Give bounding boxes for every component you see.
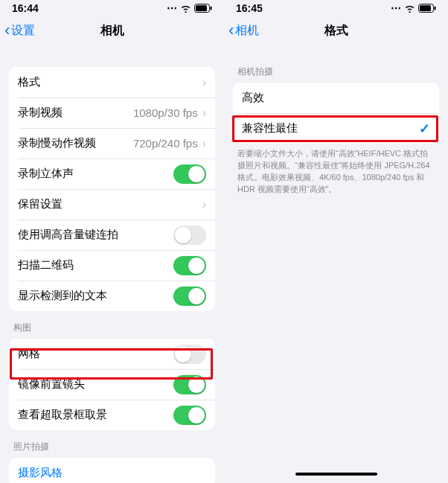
- row-detail: 1080p/30 fps: [133, 106, 198, 119]
- checkmark-icon: ✓: [419, 121, 430, 137]
- row-view-outside: 查看超取景框取景: [9, 400, 215, 430]
- nav-bar: ‹ 设置 相机: [0, 16, 224, 45]
- row-label: 录制慢动作视频: [18, 136, 96, 150]
- chevron-right-icon: ›: [202, 106, 206, 120]
- chevron-left-icon: ‹: [228, 22, 234, 39]
- row-photo-style[interactable]: 摄影风格: [9, 458, 215, 483]
- back-label: 相机: [235, 23, 259, 39]
- chevron-left-icon: ‹: [4, 22, 10, 39]
- phone-camera-settings: 16:44 ⋯ ‹ 设置 相机 格式 › 录制视频 1080p/30 fps ›…: [0, 0, 224, 483]
- wifi-icon: [180, 4, 191, 13]
- row-label: 保留设置: [18, 197, 63, 211]
- toggle-mirror-front[interactable]: [173, 375, 206, 394]
- row-record-slomo[interactable]: 录制慢动作视频 720p/240 fps ›: [9, 128, 215, 159]
- svg-rect-1: [196, 5, 207, 11]
- chevron-right-icon: ›: [202, 137, 206, 150]
- battery-icon: [418, 4, 436, 13]
- status-indicators: ⋯: [391, 2, 436, 14]
- back-button[interactable]: ‹ 相机: [228, 22, 259, 39]
- toggle-scan-qr[interactable]: [173, 256, 206, 275]
- row-formats[interactable]: 格式 ›: [9, 67, 215, 97]
- row-label: 摄影风格: [18, 466, 63, 480]
- back-label: 设置: [11, 23, 35, 39]
- dots-icon: ⋯: [391, 2, 401, 14]
- settings-content: 格式 › 录制视频 1080p/30 fps › 录制慢动作视频 720p/24…: [0, 67, 224, 483]
- wifi-icon: [404, 4, 415, 13]
- row-label: 镜像前置镜头: [18, 377, 85, 391]
- toggle-grid[interactable]: [173, 345, 206, 364]
- section-header-capture: 照片拍摄: [9, 430, 215, 458]
- back-button[interactable]: ‹ 设置: [4, 22, 35, 39]
- svg-rect-5: [435, 7, 436, 10]
- row-detected-text: 显示检测到的文本: [9, 281, 215, 311]
- row-scan-qr: 扫描二维码: [9, 250, 215, 281]
- section-header-capture: 相机拍摄: [233, 45, 439, 83]
- row-grid: 网格: [9, 339, 215, 369]
- group-format-options: 高效 兼容性最佳 ✓: [233, 83, 439, 144]
- battery-icon: [194, 4, 212, 13]
- row-label: 使用调高音量键连拍: [18, 228, 118, 242]
- row-label: 扫描二维码: [18, 258, 74, 272]
- group-camera: 格式 › 录制视频 1080p/30 fps › 录制慢动作视频 720p/24…: [9, 67, 215, 311]
- nav-bar: ‹ 相机 格式: [224, 16, 448, 45]
- row-burst-volume: 使用调高音量键连拍: [9, 220, 215, 250]
- row-label: 录制立体声: [18, 167, 74, 181]
- status-time: 16:44: [12, 2, 39, 14]
- group-photo-capture: 摄影风格: [9, 458, 215, 483]
- row-label: 格式: [18, 75, 40, 89]
- row-preserve[interactable]: 保留设置 ›: [9, 189, 215, 220]
- toggle-view-outside[interactable]: [173, 406, 206, 425]
- home-indicator: [295, 473, 377, 476]
- status-bar: 16:44 ⋯: [0, 0, 224, 16]
- row-high-efficiency[interactable]: 高效: [233, 83, 439, 113]
- row-detail: 720p/240 fps: [133, 137, 198, 150]
- row-record-video[interactable]: 录制视频 1080p/30 fps ›: [9, 97, 215, 128]
- row-label: 显示检测到的文本: [18, 289, 107, 303]
- formats-content: 相机拍摄 高效 兼容性最佳 ✓ 若要缩小文件大小，请使用“高效”HEIF/HEV…: [224, 45, 448, 211]
- row-mirror-front: 镜像前置镜头: [9, 369, 215, 400]
- row-label: 高效: [242, 91, 264, 105]
- row-label: 录制视频: [18, 106, 63, 120]
- status-indicators: ⋯: [167, 2, 212, 14]
- status-time: 16:45: [236, 2, 263, 14]
- status-bar: 16:45 ⋯: [224, 0, 448, 16]
- section-header-composition: 构图: [9, 311, 215, 339]
- svg-rect-4: [420, 5, 431, 11]
- group-composition: 网格 镜像前置镜头 查看超取景框取景: [9, 339, 215, 430]
- row-stereo: 录制立体声: [9, 159, 215, 189]
- row-label: 查看超取景框取景: [18, 408, 107, 422]
- page-title: 格式: [324, 23, 348, 39]
- footer-formats: 若要缩小文件大小，请使用“高效”HEIF/HEVC 格式拍摄照片和视频。“兼容性…: [233, 144, 439, 196]
- svg-rect-2: [211, 7, 212, 10]
- toggle-stereo[interactable]: [173, 164, 206, 184]
- row-most-compatible[interactable]: 兼容性最佳 ✓: [233, 113, 439, 144]
- dots-icon: ⋯: [167, 2, 177, 14]
- phone-formats: 16:45 ⋯ ‹ 相机 格式 相机拍摄 高效 兼容性最佳 ✓ 若要缩小文件大小…: [224, 0, 448, 483]
- toggle-detected-text[interactable]: [173, 287, 206, 306]
- page-title: 相机: [100, 23, 124, 39]
- row-label: 网格: [18, 347, 40, 361]
- toggle-burst-volume[interactable]: [173, 225, 206, 245]
- chevron-right-icon: ›: [202, 198, 206, 211]
- row-label: 兼容性最佳: [242, 121, 298, 135]
- chevron-right-icon: ›: [202, 76, 206, 89]
